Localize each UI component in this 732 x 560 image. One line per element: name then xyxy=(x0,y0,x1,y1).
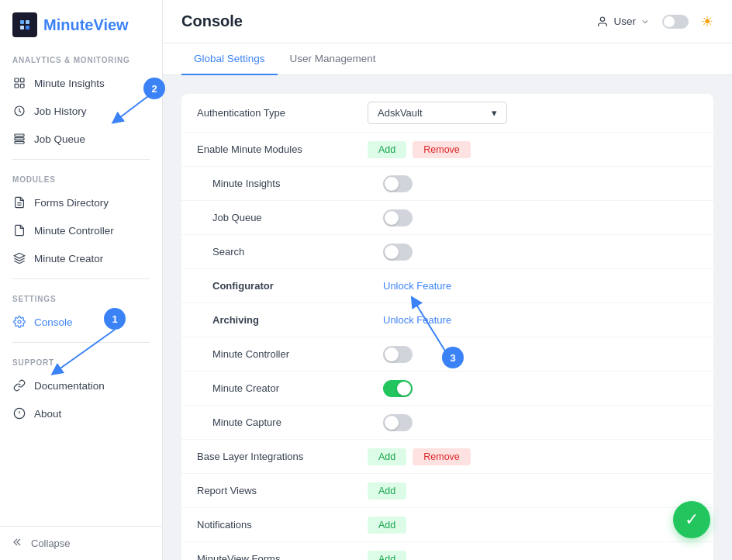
logo-text: MinuteView xyxy=(43,16,129,34)
sidebar-item-console[interactable]: Console xyxy=(0,308,162,336)
value-minute-insights-toggle xyxy=(383,175,698,192)
sidebar-item-label-forms-directory: Forms Directory xyxy=(34,197,109,209)
collapse-label: Collapse xyxy=(31,538,71,549)
theme-toggle-knob xyxy=(664,16,675,27)
label-notifications: Notifications xyxy=(197,519,368,531)
svg-rect-1 xyxy=(20,78,24,82)
topbar: Console User ☀ xyxy=(163,0,732,43)
sidebar-item-minute-insights[interactable]: Minute Insights xyxy=(0,69,162,97)
label-base-layer-integrations: Base Layer Integrations xyxy=(197,451,368,462)
clock-icon xyxy=(12,104,26,118)
unlock-configurator-1[interactable]: Unlock Feature xyxy=(383,280,451,292)
sidebar-item-about[interactable]: About xyxy=(0,399,162,427)
label-minuteview-forms: MinuteView Forms xyxy=(197,553,368,560)
value-configurator-1: Unlock Feature xyxy=(383,280,698,292)
label-auth-type: Authentication Type xyxy=(197,107,368,119)
main-content: Console User ☀ Global Settings User Mana… xyxy=(163,0,732,560)
user-menu[interactable]: User xyxy=(596,16,650,28)
toggle-knob xyxy=(397,382,411,396)
gear-icon xyxy=(12,315,26,329)
file-text-icon xyxy=(12,195,26,209)
auth-type-value: AdskVault xyxy=(378,107,423,119)
dropdown-chevron: ▾ xyxy=(492,107,497,119)
row-report-views: Report Views Add xyxy=(181,474,713,508)
toggle-minute-capture[interactable] xyxy=(383,414,413,431)
logo-area: MinuteView xyxy=(0,0,162,47)
row-minute-creator-toggle: Minute Creator xyxy=(181,372,713,406)
toggle-knob xyxy=(385,347,399,361)
tab-user-management[interactable]: User Management xyxy=(278,43,388,75)
sidebar-item-label-about: About xyxy=(34,408,61,420)
value-report-views: Add xyxy=(368,482,698,500)
svg-rect-5 xyxy=(15,134,24,137)
label-minute-insights-toggle: Minute Insights xyxy=(212,178,383,189)
section-label-support: SUPPORT xyxy=(0,349,162,372)
label-archiving-1: Archiving xyxy=(212,314,383,326)
toggle-minute-insights[interactable] xyxy=(383,175,413,192)
add-minute-modules-button[interactable]: Add xyxy=(368,141,406,158)
value-minute-creator-toggle xyxy=(383,380,698,397)
sidebar-item-documentation[interactable]: Documentation xyxy=(0,372,162,399)
value-base-layer-integrations: Add Remove xyxy=(368,448,698,465)
add-minuteview-forms-button[interactable]: Add xyxy=(368,551,406,561)
tabs: Global Settings User Management xyxy=(163,43,732,75)
value-notifications: Add xyxy=(368,517,698,534)
sidebar-item-label-minute-creator: Minute Creator xyxy=(34,253,103,264)
value-minute-capture-toggle xyxy=(383,414,698,431)
fab-button[interactable]: ✓ xyxy=(673,501,710,538)
sidebar-item-minute-creator[interactable]: Minute Creator xyxy=(0,244,162,272)
sidebar-footer: Collapse xyxy=(0,526,162,560)
toggle-search[interactable] xyxy=(383,244,413,261)
remove-minute-modules-button[interactable]: Remove xyxy=(413,141,471,158)
add-notifications-button[interactable]: Add xyxy=(368,517,406,534)
sidebar-item-job-history[interactable]: Job History xyxy=(0,97,162,125)
theme-toggle[interactable] xyxy=(662,15,689,29)
page-title: Console xyxy=(181,12,243,30)
row-archiving-1: Archiving Unlock Feature xyxy=(181,303,713,337)
svg-rect-6 xyxy=(15,138,24,140)
row-configurator-1: Configurator Unlock Feature xyxy=(181,269,713,303)
user-icon xyxy=(596,16,609,28)
row-minuteview-forms: MinuteView Forms Add xyxy=(181,542,713,560)
toggle-minute-controller[interactable] xyxy=(383,346,413,363)
value-archiving-1: Unlock Feature xyxy=(383,314,698,326)
label-report-views: Report Views xyxy=(197,485,368,496)
toggle-knob xyxy=(385,245,399,259)
value-enable-minute-modules: Add Remove xyxy=(368,141,698,158)
sidebar-item-label-job-history: Job History xyxy=(34,105,87,117)
value-search-toggle xyxy=(383,244,698,261)
add-base-layer-button[interactable]: Add xyxy=(368,448,406,465)
toggle-minute-creator[interactable] xyxy=(383,380,413,397)
sidebar-item-job-queue[interactable]: Job Queue xyxy=(0,125,162,153)
remove-base-layer-button[interactable]: Remove xyxy=(413,448,471,465)
sidebar-item-label-console: Console xyxy=(34,316,73,328)
add-report-views-button[interactable]: Add xyxy=(368,482,406,500)
tab-global-settings[interactable]: Global Settings xyxy=(181,43,278,75)
sidebar-item-forms-directory[interactable]: Forms Directory xyxy=(0,188,162,216)
toggle-knob xyxy=(385,211,399,225)
value-job-queue-toggle xyxy=(383,209,698,226)
svg-rect-7 xyxy=(15,141,24,143)
toggle-job-queue[interactable] xyxy=(383,209,413,226)
svg-point-11 xyxy=(18,320,21,323)
list-icon xyxy=(12,132,26,146)
svg-rect-0 xyxy=(15,78,19,82)
auth-type-dropdown[interactable]: AdskVault ▾ xyxy=(368,102,507,124)
collapse-button[interactable]: Collapse xyxy=(12,536,150,551)
info-icon xyxy=(12,406,26,420)
divider-2 xyxy=(12,278,150,279)
label-search-toggle: Search xyxy=(212,246,383,258)
toggle-knob xyxy=(385,177,399,191)
toggle-knob xyxy=(385,416,399,430)
value-minuteview-forms: Add xyxy=(368,551,698,561)
sidebar-item-minute-controller[interactable]: Minute Controller xyxy=(0,216,162,244)
divider-3 xyxy=(12,342,150,343)
logo-icon xyxy=(12,12,37,37)
sidebar-item-label-minute-controller: Minute Controller xyxy=(34,225,114,237)
sidebar: MinuteView ANALYTICS & MONITORING Minute… xyxy=(0,0,163,560)
section-label-analytics: ANALYTICS & MONITORING xyxy=(0,47,162,69)
label-job-queue-toggle: Job Queue xyxy=(212,212,383,223)
sun-icon: ☀ xyxy=(701,13,713,30)
unlock-archiving-1[interactable]: Unlock Feature xyxy=(383,314,451,326)
user-label: User xyxy=(613,16,636,27)
